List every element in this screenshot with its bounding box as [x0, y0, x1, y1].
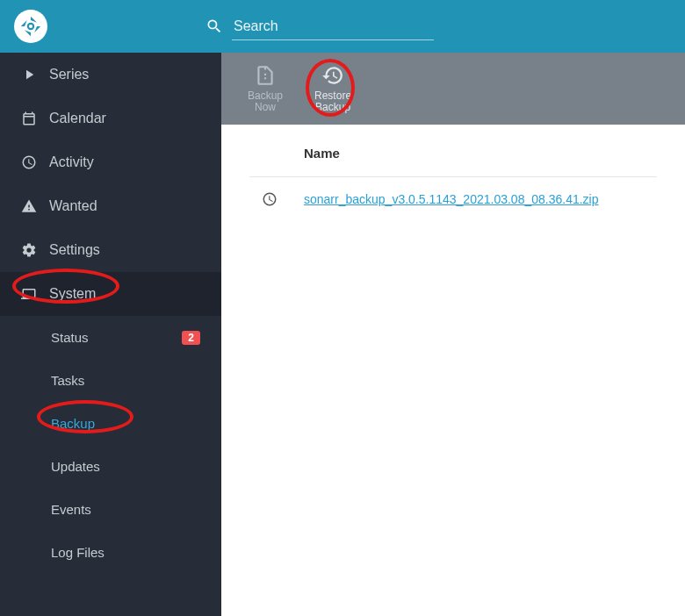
calendar-icon: [21, 111, 37, 126]
content-area: BackupNow RestoreBackup Name sonarr_back…: [221, 53, 685, 616]
row-type-icon-wrap: [249, 191, 290, 207]
sub-label: Status: [51, 330, 89, 345]
sidebar-sub-events[interactable]: Events: [0, 488, 221, 531]
laptop-icon: [21, 286, 37, 302]
logo-icon: [18, 14, 43, 39]
column-header-name: Name: [249, 146, 657, 177]
sidebar-sub-status[interactable]: Status 2: [0, 316, 221, 359]
toolbar: BackupNow RestoreBackup: [221, 53, 685, 125]
tool-label-l1: Restore: [314, 90, 351, 102]
search-input[interactable]: [232, 13, 434, 40]
sub-label: Backup: [51, 416, 95, 431]
sub-label: Events: [51, 502, 91, 517]
nav-label: Series: [49, 67, 89, 82]
tool-label-l2: Now: [255, 101, 276, 113]
sub-label: Updates: [51, 459, 100, 474]
sub-label: Log Files: [51, 545, 105, 560]
nav-label: Settings: [49, 242, 100, 258]
sidebar-sub-backup[interactable]: Backup: [0, 402, 221, 445]
scheduled-icon: [262, 191, 278, 207]
nav-label: Wanted: [49, 198, 97, 214]
sidebar-sub-logfiles[interactable]: Log Files: [0, 531, 221, 574]
status-badge: 2: [182, 331, 200, 345]
gears-icon: [21, 242, 37, 258]
sidebar-sub-tasks[interactable]: Tasks: [0, 359, 221, 402]
sub-label: Tasks: [51, 373, 84, 388]
sidebar-sub-updates[interactable]: Updates: [0, 445, 221, 488]
tool-label-l1: Backup: [248, 90, 283, 102]
table-row: sonarr_backup_v3.0.5.1143_2021.03.08_08.…: [249, 177, 657, 221]
restore-backup-button[interactable]: RestoreBackup: [309, 61, 357, 117]
app-logo[interactable]: [14, 10, 47, 43]
sidebar-item-system[interactable]: System: [0, 272, 221, 316]
nav-label: Activity: [49, 154, 94, 170]
backup-file-link[interactable]: sonarr_backup_v3.0.5.1143_2021.03.08_08.…: [304, 192, 599, 206]
restore-icon: [321, 64, 344, 87]
file-archive-icon: [254, 64, 277, 87]
nav-label: Calendar: [49, 111, 106, 126]
backup-now-button[interactable]: BackupNow: [242, 61, 288, 117]
clock-icon: [21, 154, 37, 170]
nav-label: System: [49, 286, 96, 302]
sidebar-item-settings[interactable]: Settings: [0, 228, 221, 272]
sidebar: Series Calendar Activity Wanted Settings…: [0, 53, 221, 616]
topbar: [0, 0, 685, 53]
backup-table: Name sonarr_backup_v3.0.5.1143_2021.03.0…: [221, 125, 685, 242]
tool-label-l2: Backup: [315, 101, 350, 113]
search-icon: [206, 18, 223, 35]
sidebar-item-series[interactable]: Series: [0, 53, 221, 97]
warning-icon: [21, 198, 37, 214]
svg-point-2: [29, 25, 32, 28]
search-container: [206, 13, 434, 40]
sidebar-item-wanted[interactable]: Wanted: [0, 184, 221, 228]
sidebar-item-calendar[interactable]: Calendar: [0, 97, 221, 140]
play-icon: [21, 67, 37, 82]
sidebar-item-activity[interactable]: Activity: [0, 140, 221, 184]
